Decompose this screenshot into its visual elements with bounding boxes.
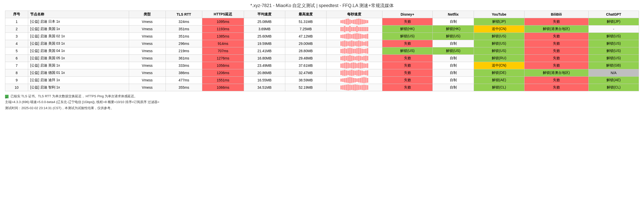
- speed-bar-chart: [328, 70, 381, 76]
- cell-disney: 失败: [382, 69, 432, 77]
- speed-bar-chart: [328, 77, 381, 83]
- cell-disney: 解锁(US): [382, 47, 432, 55]
- table-row: 8 [公益] 启迪 德国 01 1x Vmess 386ms 1206ms 20…: [5, 69, 639, 77]
- cell-avg-speed: 34.51MB: [244, 84, 285, 91]
- cell-bilibili: 失败: [524, 84, 588, 91]
- cell-tls-rtt: 219ms: [166, 47, 202, 55]
- cell-netflix: 解锁(US): [433, 33, 474, 40]
- main-container: *.xyz-7821 - MiaoKo 自定义测试 | speedtest - …: [0, 0, 644, 113]
- cell-speed-bars: [326, 40, 382, 47]
- cell-netflix: 自制: [433, 55, 474, 62]
- cell-tls-rtt: 355ms: [166, 84, 202, 91]
- page-title: *.xyz-7821 - MiaoKo 自定义测试 | speedtest - …: [5, 3, 639, 9]
- cell-youtube: 解锁(US): [474, 33, 524, 40]
- cell-bilibili: 失败: [524, 47, 588, 55]
- speed-bar-chart: [328, 41, 381, 46]
- cell-name: [公益] 启迪 美国 05 1x: [28, 55, 129, 62]
- header-disney: Disney+: [382, 11, 432, 18]
- cell-name: [公益] 启迪 美国 04 1x: [28, 47, 129, 55]
- cell-max-speed: 47.12MB: [285, 33, 326, 40]
- cell-https-delay: 1206ms: [202, 69, 244, 77]
- cell-name: [公益] 启迪 英国 1x: [28, 62, 129, 69]
- cell-avg-speed: 25.60MB: [244, 33, 285, 40]
- header-avg-speed: 平均速度: [244, 11, 285, 18]
- cell-https-delay: 914ms: [202, 40, 244, 47]
- speed-bar-chart: [328, 34, 381, 39]
- cell-bilibili: 失败: [524, 40, 588, 47]
- cell-type: Vmess: [129, 40, 166, 47]
- cell-netflix: 自制: [433, 77, 474, 84]
- header-chatgpt: ChatGPT: [588, 11, 639, 18]
- cell-name: [公益] 启迪 迪拜 1x: [28, 77, 129, 84]
- cell-seq: 6: [5, 55, 28, 62]
- header-seq: 序号: [5, 11, 28, 18]
- cell-type: Vmess: [129, 77, 166, 84]
- table-row: 4 [公益] 启迪 美国 03 1x Vmess 296ms 914ms 19.…: [5, 40, 639, 47]
- cell-speed-bars: [326, 62, 382, 69]
- cell-type: Vmess: [129, 84, 166, 91]
- cell-netflix: 自制: [433, 40, 474, 47]
- cell-seq: 9: [5, 77, 28, 84]
- cell-speed-bars: [326, 55, 382, 62]
- cell-speed-bars: [326, 47, 382, 55]
- cell-disney: 解锁(US): [382, 33, 432, 40]
- cell-chatgpt: 解锁(CL): [588, 84, 639, 91]
- cell-seq: 2: [5, 25, 28, 33]
- cell-type: Vmess: [129, 25, 166, 33]
- cell-tls-rtt: 351ms: [166, 25, 202, 33]
- cell-https-delay: 707ms: [202, 47, 244, 55]
- cell-max-speed: 37.61MB: [285, 62, 326, 69]
- cell-tls-rtt: 386ms: [166, 69, 202, 77]
- cell-avg-speed: 3.69MB: [244, 25, 285, 33]
- footer-line1: ✓ 已核实 TLS 证书。TLS RTT 为单次数据交换延迟， HTTPS Pi…: [5, 93, 639, 99]
- cell-bilibili: 失败: [524, 62, 588, 69]
- cell-type: Vmess: [129, 55, 166, 62]
- cell-name: [公益] 启迪 美国 02 1x: [28, 33, 129, 40]
- header-name: 节点名称: [28, 11, 129, 18]
- cell-chatgpt: 解锁(GB): [588, 62, 639, 69]
- cell-tls-rtt: 477ms: [166, 77, 202, 84]
- cell-netflix: 自制: [433, 69, 474, 77]
- cell-seq: 7: [5, 62, 28, 69]
- cell-disney: 失败: [382, 84, 432, 91]
- cell-name: [公益] 启迪 日本 1x: [28, 18, 129, 25]
- cell-youtube: 送中(CN): [474, 62, 524, 69]
- cell-type: Vmess: [129, 62, 166, 69]
- cell-type: Vmess: [129, 33, 166, 40]
- cell-type: Vmess: [129, 69, 166, 77]
- cell-youtube: 解锁(RU): [474, 55, 524, 62]
- cell-bilibili: 失败: [524, 55, 588, 62]
- footer-text-1: 已核实 TLS 证书。TLS RTT 为单次数据交换延迟， HTTPS Ping…: [11, 94, 137, 98]
- cell-seq: 8: [5, 69, 28, 77]
- cell-max-speed: 7.25MB: [285, 25, 326, 33]
- cell-https-delay: 1095ms: [202, 18, 244, 25]
- cell-avg-speed: 25.08MB: [244, 18, 285, 25]
- footer-line3: 测试时间：2025-02-02 23:14:31 (CST)，本测试为试验性结果…: [5, 105, 639, 111]
- cell-type: Vmess: [129, 18, 166, 25]
- cell-netflix: 自制: [433, 18, 474, 25]
- cell-avg-speed: 21.41MB: [244, 47, 285, 55]
- table-row: 2 [公益] 启迪 美国 1x Vmess 351ms 1193ms 3.69M…: [5, 25, 639, 33]
- table-row: 10 [公益] 启迪 智利 1x Vmess 355ms 1066ms 34.5…: [5, 84, 639, 91]
- cell-bilibili: 解锁(港澳台地区): [524, 69, 588, 77]
- cell-chatgpt: N/A: [588, 69, 639, 77]
- cell-youtube: 解锁(CL): [474, 84, 524, 91]
- cell-speed-bars: [326, 84, 382, 91]
- checkbox-icon: ✓: [5, 95, 9, 98]
- cell-chatgpt: 解锁(US): [588, 55, 639, 62]
- cell-https-delay: 1056ms: [202, 62, 244, 69]
- header-max-speed: 最高速度: [285, 11, 326, 18]
- cell-tls-rtt: 351ms: [166, 33, 202, 40]
- table-row: 6 [公益] 启迪 美国 05 1x Vmess 361ms 1276ms 16…: [5, 55, 639, 62]
- cell-name: [公益] 启迪 智利 1x: [28, 84, 129, 91]
- cell-name: [公益] 启迪 美国 1x: [28, 25, 129, 33]
- cell-netflix: 自制: [433, 62, 474, 69]
- header-per-sec: 每秒速度: [326, 11, 382, 18]
- cell-https-delay: 1066ms: [202, 84, 244, 91]
- cell-seq: 1: [5, 18, 28, 25]
- cell-disney: 失败: [382, 77, 432, 84]
- speed-bar-chart: [328, 26, 381, 32]
- table-row: 5 [公益] 启迪 美国 04 1x Vmess 219ms 707ms 21.…: [5, 47, 639, 55]
- cell-max-speed: 52.19MB: [285, 84, 326, 91]
- header-tls-rtt: TLS RTT: [166, 11, 202, 18]
